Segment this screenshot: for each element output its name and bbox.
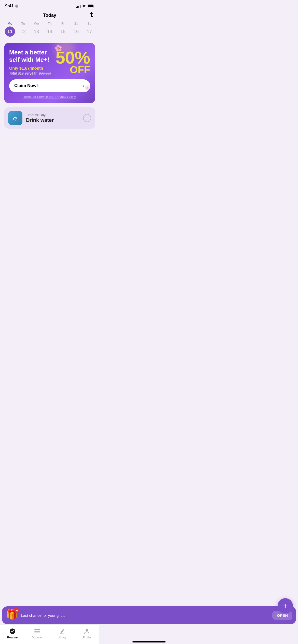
habit-card[interactable]: Time: All-Day Drink water (4, 107, 95, 129)
terms-link[interactable]: Terms of Service and Privacy Policy (9, 95, 90, 99)
promo-top-row: Meet a better self with Me+! Only $1.67/… (9, 49, 90, 75)
calendar-day-15[interactable]: Fr 15 (57, 22, 69, 37)
habit-name: Drink water (26, 117, 79, 123)
calendar-day-16[interactable]: Sa 16 (70, 22, 82, 37)
page-header: Today (0, 10, 99, 20)
main-content: 🌸 🌸 Meet a better self with Me+! Only $1… (0, 41, 99, 135)
promo-headline: Meet a better self with Me+! (9, 49, 56, 64)
status-icons (76, 4, 94, 8)
calendar-day-14[interactable]: Th 14 (44, 22, 56, 37)
promo-percent: 50% (56, 49, 90, 66)
calendar-day-13[interactable]: We 13 (31, 22, 42, 37)
habit-info: Time: All-Day Drink water (26, 113, 79, 123)
calendar-day-11[interactable]: Mo 11 (4, 22, 16, 37)
habit-complete-checkbox[interactable] (83, 114, 91, 122)
svg-point-4 (15, 120, 16, 121)
claim-button[interactable]: Claim Now! → (9, 79, 90, 92)
promo-discount-display: 50% OFF (56, 49, 90, 75)
svg-rect-1 (88, 5, 93, 7)
claim-button-label: Claim Now! (14, 83, 38, 88)
signal-icon (76, 4, 80, 8)
calendar-week: Mo 11 Tu 12 We 13 Th 14 Fr 15 Sa 16 Su 1… (0, 20, 99, 41)
habit-time: Time: All-Day (26, 113, 79, 117)
promo-text-left: Meet a better self with Me+! Only $1.67/… (9, 49, 56, 75)
battery-icon (88, 5, 94, 8)
status-time: 9:41 (5, 4, 14, 9)
sort-button[interactable] (89, 12, 94, 19)
promo-card: 🌸 🌸 Meet a better self with Me+! Only $1… (4, 43, 95, 103)
promo-price-highlight: Only $1.67/month (9, 66, 56, 71)
wifi-icon (82, 5, 86, 8)
promo-price-total: Total $19.99/year ($39.99) (9, 71, 56, 75)
status-bar: 9:41 (0, 0, 99, 10)
status-dot (15, 5, 18, 8)
page-title: Today (43, 13, 56, 18)
calendar-day-17[interactable]: Su 17 (84, 22, 95, 37)
habit-icon (8, 111, 22, 125)
calendar-days-row: Mo 11 Tu 12 We 13 Th 14 Fr 15 Sa 16 Su 1… (4, 22, 95, 37)
calendar-day-12[interactable]: Tu 12 (17, 22, 29, 37)
